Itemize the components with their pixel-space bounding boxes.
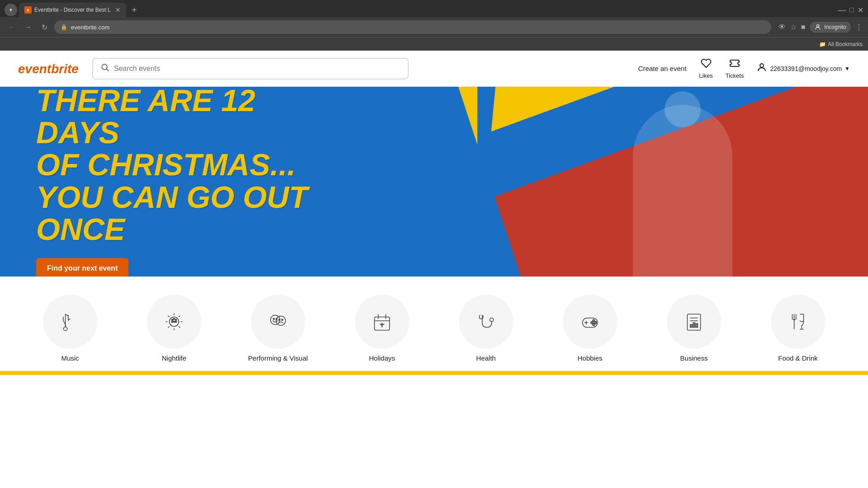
hero-headline: THERE ARE 12 DAYS OF CHRISTMAS... YOU CA…: [36, 87, 330, 245]
music-icon-circle: [43, 295, 97, 349]
svg-line-19: [168, 326, 169, 328]
ticket-icon: [729, 58, 740, 71]
category-music[interactable]: Music: [18, 295, 122, 362]
header-right: Create an event Likes Tickets: [638, 58, 850, 79]
category-nightlife[interactable]: Nightlife: [122, 295, 226, 362]
performing-visual-label: Performing & Visual: [248, 354, 308, 362]
browser-chrome: ▼ e Eventbrite - Discover the Best L ✕ +…: [0, 0, 868, 51]
more-options-icon[interactable]: ⋮: [855, 23, 863, 32]
holidays-icon-circle: [355, 295, 409, 349]
tab-dropdown-btn[interactable]: ▼: [5, 4, 17, 16]
minimize-button[interactable]: —: [838, 5, 846, 15]
refresh-button[interactable]: ↻: [38, 21, 51, 33]
food-drink-label: Food & Drink: [778, 354, 818, 362]
all-bookmarks-link[interactable]: 📁 All Bookmarks: [819, 41, 863, 47]
incognito-button[interactable]: Incognito: [810, 22, 851, 33]
svg-point-20: [171, 319, 173, 320]
hero-text-area: THERE ARE 12 DAYS OF CHRISTMAS... YOU CA…: [0, 87, 521, 277]
svg-rect-47: [690, 324, 692, 327]
category-health[interactable]: Health: [434, 295, 538, 362]
nightlife-icon: [163, 310, 185, 333]
incognito-icon: [814, 23, 821, 31]
active-tab[interactable]: e Eventbrite - Discover the Best L ✕: [19, 3, 126, 17]
food-drink-icon-circle: [771, 295, 825, 349]
people-silhouettes: [516, 96, 848, 277]
health-label: Health: [476, 354, 495, 362]
category-business[interactable]: Business: [642, 295, 746, 362]
sidebar-icon[interactable]: ■: [801, 23, 806, 31]
logo[interactable]: eventbrite: [18, 61, 81, 77]
tab-title: Eventbrite - Discover the Best L: [34, 7, 111, 13]
svg-point-22: [175, 319, 177, 320]
health-icon: [475, 310, 497, 333]
performing-visual-icon-circle: [251, 295, 305, 349]
svg-point-30: [279, 319, 280, 320]
eye-slash-icon[interactable]: 👁︎: [778, 23, 786, 31]
hero-line1: THERE ARE 12 DAYS: [36, 87, 255, 150]
restore-button[interactable]: □: [849, 6, 854, 14]
hero-cta-button[interactable]: Find your next event: [36, 258, 128, 277]
svg-text:eventbrite: eventbrite: [18, 62, 79, 76]
search-placeholder: Search events: [114, 65, 160, 73]
search-bar[interactable]: Search events: [92, 58, 409, 80]
bookmark-star-icon[interactable]: ☆: [790, 23, 797, 32]
svg-point-25: [175, 321, 177, 322]
music-icon: [59, 310, 81, 333]
svg-line-16: [168, 315, 169, 317]
svg-point-29: [276, 318, 277, 319]
hero-image-area: [477, 87, 868, 277]
category-holidays[interactable]: Holidays: [330, 295, 434, 362]
likes-button[interactable]: Likes: [699, 58, 712, 79]
tickets-button[interactable]: Tickets: [726, 58, 744, 79]
back-button[interactable]: ←: [5, 21, 18, 33]
svg-point-43: [593, 324, 595, 326]
create-event-button[interactable]: Create an event: [638, 65, 687, 72]
hobbies-icon: [579, 310, 601, 333]
security-icon: 🔒: [61, 24, 67, 30]
dropdown-arrow-icon: ▼: [844, 66, 850, 72]
hero-line3: YOU CAN GO OUT ONCE: [36, 180, 308, 246]
category-food-drink[interactable]: Food & Drink: [746, 295, 850, 362]
svg-point-31: [282, 319, 283, 320]
user-email: 22633391@moodjoy.com: [770, 65, 842, 72]
close-window-button[interactable]: ✕: [858, 6, 863, 14]
holidays-icon: [371, 310, 393, 333]
url-display: eventbrite.com: [71, 24, 765, 31]
toolbar-right: 👁︎ ☆ ■ Incognito ⋮: [778, 22, 863, 33]
svg-point-23: [171, 321, 173, 322]
svg-point-28: [273, 318, 274, 319]
svg-line-18: [179, 315, 180, 317]
business-icon: [683, 310, 705, 333]
tab-bar: ▼ e Eventbrite - Discover the Best L ✕ +…: [0, 0, 868, 17]
business-label: Business: [680, 354, 708, 362]
incognito-label: Incognito: [824, 24, 846, 30]
svg-line-8: [66, 314, 68, 316]
svg-point-21: [173, 318, 175, 319]
business-icon-circle: [667, 295, 721, 349]
food-drink-icon: [787, 310, 809, 333]
bookmarks-label: All Bookmarks: [828, 41, 863, 47]
tab-close-button[interactable]: ✕: [115, 6, 121, 14]
hobbies-label: Hobbies: [577, 354, 602, 362]
forward-button[interactable]: →: [22, 21, 34, 33]
user-menu[interactable]: 22633391@moodjoy.com ▼: [756, 62, 850, 75]
hobbies-icon-circle: [563, 295, 617, 349]
svg-rect-48: [693, 323, 695, 327]
category-performing-visual[interactable]: Performing & Visual: [226, 295, 330, 362]
svg-point-10: [63, 327, 67, 330]
new-tab-button[interactable]: +: [128, 4, 141, 16]
svg-line-17: [179, 326, 180, 328]
tickets-label: Tickets: [726, 72, 744, 79]
category-hobbies[interactable]: Hobbies: [538, 295, 642, 362]
address-bar[interactable]: 🔒 eventbrite.com: [54, 20, 771, 34]
heart-icon: [701, 58, 712, 71]
svg-rect-49: [696, 324, 698, 327]
folder-icon: 📁: [819, 41, 826, 47]
site-header: eventbrite Search events Create an event…: [0, 51, 868, 87]
svg-point-0: [817, 25, 819, 27]
bottom-accent-bar: [0, 372, 868, 375]
user-icon: [756, 62, 767, 75]
bookmarks-bar: 📁 All Bookmarks: [0, 37, 868, 51]
nightlife-icon-circle: [147, 295, 201, 349]
tab-favicon: e: [24, 6, 32, 14]
